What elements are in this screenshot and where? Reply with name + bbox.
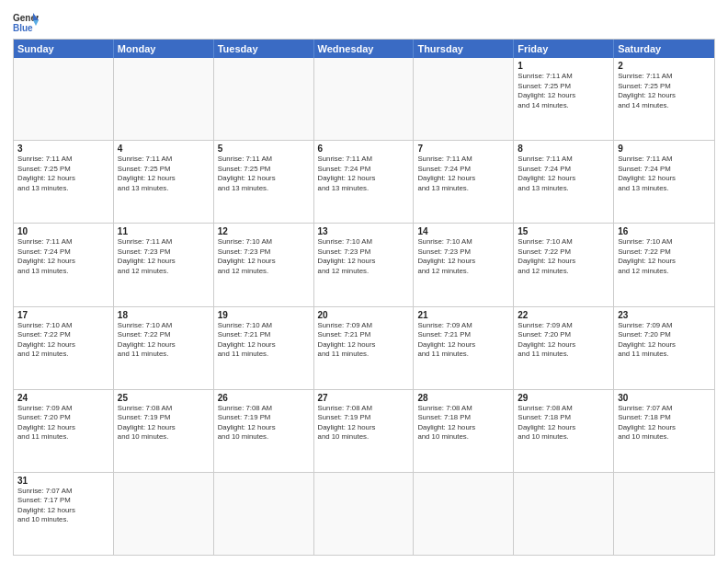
- cal-cell-27: 27Sunrise: 7:08 AM Sunset: 7:19 PM Dayli…: [314, 390, 415, 472]
- header-cell-sunday: Sunday: [14, 40, 114, 58]
- cal-cell-21: 21Sunrise: 7:09 AM Sunset: 7:21 PM Dayli…: [414, 307, 514, 389]
- header: General Blue: [13, 11, 715, 33]
- cal-cell-22: 22Sunrise: 7:09 AM Sunset: 7:20 PM Dayli…: [514, 307, 614, 389]
- day-number: 6: [318, 144, 410, 154]
- cal-cell-empty-5-5: [514, 473, 614, 555]
- cal-cell-7: 7Sunrise: 7:11 AM Sunset: 7:24 PM Daylig…: [414, 141, 514, 223]
- cal-cell-4: 4Sunrise: 7:11 AM Sunset: 7:25 PM Daylig…: [114, 141, 214, 223]
- cal-cell-empty-0-1: [114, 58, 214, 140]
- day-number: 13: [318, 226, 410, 236]
- day-info: Sunrise: 7:09 AM Sunset: 7:21 PM Dayligh…: [417, 321, 509, 360]
- day-number: 29: [518, 393, 609, 403]
- day-info: Sunrise: 7:09 AM Sunset: 7:20 PM Dayligh…: [518, 321, 609, 360]
- header-cell-thursday: Thursday: [414, 40, 514, 58]
- day-info: Sunrise: 7:11 AM Sunset: 7:23 PM Dayligh…: [118, 237, 210, 276]
- cal-cell-13: 13Sunrise: 7:10 AM Sunset: 7:23 PM Dayli…: [314, 224, 415, 305]
- cal-cell-empty-0-4: [414, 58, 514, 140]
- cal-cell-10: 10Sunrise: 7:11 AM Sunset: 7:24 PM Dayli…: [14, 224, 114, 305]
- day-info: Sunrise: 7:07 AM Sunset: 7:18 PM Dayligh…: [618, 404, 711, 442]
- cal-cell-29: 29Sunrise: 7:08 AM Sunset: 7:18 PM Dayli…: [514, 390, 614, 472]
- day-number: 5: [218, 144, 310, 154]
- calendar-body: 1Sunrise: 7:11 AM Sunset: 7:25 PM Daylig…: [14, 58, 714, 555]
- cal-cell-9: 9Sunrise: 7:11 AM Sunset: 7:24 PM Daylig…: [614, 141, 714, 223]
- day-number: 22: [518, 310, 609, 320]
- day-info: Sunrise: 7:11 AM Sunset: 7:25 PM Dayligh…: [17, 155, 109, 193]
- day-number: 16: [618, 226, 711, 236]
- cal-cell-6: 6Sunrise: 7:11 AM Sunset: 7:24 PM Daylig…: [314, 141, 415, 223]
- cal-cell-empty-0-0: [14, 58, 114, 140]
- day-number: 12: [218, 226, 310, 236]
- cal-cell-empty-5-2: [214, 473, 314, 555]
- day-info: Sunrise: 7:10 AM Sunset: 7:22 PM Dayligh…: [17, 321, 109, 360]
- day-info: Sunrise: 7:08 AM Sunset: 7:18 PM Dayligh…: [518, 404, 609, 442]
- cal-cell-19: 19Sunrise: 7:10 AM Sunset: 7:21 PM Dayli…: [214, 307, 314, 389]
- day-info: Sunrise: 7:10 AM Sunset: 7:23 PM Dayligh…: [318, 237, 410, 276]
- svg-marker-3: [33, 20, 39, 26]
- cal-cell-empty-5-1: [114, 473, 214, 555]
- cal-cell-empty-5-4: [414, 473, 514, 555]
- day-info: Sunrise: 7:11 AM Sunset: 7:25 PM Dayligh…: [518, 72, 609, 110]
- cal-cell-17: 17Sunrise: 7:10 AM Sunset: 7:22 PM Dayli…: [14, 307, 114, 389]
- day-info: Sunrise: 7:08 AM Sunset: 7:18 PM Dayligh…: [417, 404, 509, 442]
- cal-cell-16: 16Sunrise: 7:10 AM Sunset: 7:22 PM Dayli…: [614, 224, 714, 305]
- day-info: Sunrise: 7:09 AM Sunset: 7:21 PM Dayligh…: [318, 321, 410, 360]
- day-number: 10: [17, 226, 109, 236]
- day-number: 30: [618, 393, 711, 403]
- day-number: 18: [118, 310, 210, 320]
- cal-cell-14: 14Sunrise: 7:10 AM Sunset: 7:23 PM Dayli…: [414, 224, 514, 305]
- day-number: 4: [118, 144, 210, 154]
- day-info: Sunrise: 7:11 AM Sunset: 7:24 PM Dayligh…: [618, 155, 711, 193]
- day-info: Sunrise: 7:11 AM Sunset: 7:25 PM Dayligh…: [618, 72, 711, 110]
- day-info: Sunrise: 7:08 AM Sunset: 7:19 PM Dayligh…: [318, 404, 410, 442]
- day-number: 20: [318, 310, 410, 320]
- day-info: Sunrise: 7:08 AM Sunset: 7:19 PM Dayligh…: [218, 404, 310, 442]
- day-number: 1: [518, 61, 609, 71]
- day-number: 11: [118, 226, 210, 236]
- header-cell-tuesday: Tuesday: [214, 40, 314, 58]
- cal-cell-5: 5Sunrise: 7:11 AM Sunset: 7:25 PM Daylig…: [214, 141, 314, 223]
- day-info: Sunrise: 7:07 AM Sunset: 7:17 PM Dayligh…: [17, 487, 109, 525]
- day-number: 17: [17, 310, 109, 320]
- day-number: 19: [218, 310, 310, 320]
- cal-cell-11: 11Sunrise: 7:11 AM Sunset: 7:23 PM Dayli…: [114, 224, 214, 305]
- svg-text:Blue: Blue: [13, 23, 33, 33]
- cal-cell-empty-5-3: [314, 473, 415, 555]
- day-number: 15: [518, 226, 609, 236]
- day-number: 3: [17, 144, 109, 154]
- week-row-2: 10Sunrise: 7:11 AM Sunset: 7:24 PM Dayli…: [14, 223, 714, 305]
- day-number: 31: [17, 476, 109, 486]
- cal-cell-28: 28Sunrise: 7:08 AM Sunset: 7:18 PM Dayli…: [414, 390, 514, 472]
- cal-cell-26: 26Sunrise: 7:08 AM Sunset: 7:19 PM Dayli…: [214, 390, 314, 472]
- day-number: 28: [417, 393, 509, 403]
- header-cell-wednesday: Wednesday: [314, 40, 415, 58]
- cal-cell-25: 25Sunrise: 7:08 AM Sunset: 7:19 PM Dayli…: [114, 390, 214, 472]
- cal-cell-31: 31Sunrise: 7:07 AM Sunset: 7:17 PM Dayli…: [14, 473, 114, 555]
- cal-cell-empty-0-3: [314, 58, 415, 140]
- week-row-5: 31Sunrise: 7:07 AM Sunset: 7:17 PM Dayli…: [14, 472, 714, 555]
- cal-cell-18: 18Sunrise: 7:10 AM Sunset: 7:22 PM Dayli…: [114, 307, 214, 389]
- day-info: Sunrise: 7:09 AM Sunset: 7:20 PM Dayligh…: [17, 404, 109, 442]
- day-number: 27: [318, 393, 410, 403]
- week-row-0: 1Sunrise: 7:11 AM Sunset: 7:25 PM Daylig…: [14, 58, 714, 140]
- day-number: 25: [118, 393, 210, 403]
- day-info: Sunrise: 7:11 AM Sunset: 7:25 PM Dayligh…: [218, 155, 310, 193]
- cal-cell-12: 12Sunrise: 7:10 AM Sunset: 7:23 PM Dayli…: [214, 224, 314, 305]
- day-info: Sunrise: 7:11 AM Sunset: 7:24 PM Dayligh…: [417, 155, 509, 193]
- calendar-header-row: SundayMondayTuesdayWednesdayThursdayFrid…: [14, 40, 714, 58]
- header-cell-monday: Monday: [114, 40, 214, 58]
- logo: General Blue: [13, 11, 42, 33]
- week-row-1: 3Sunrise: 7:11 AM Sunset: 7:25 PM Daylig…: [14, 140, 714, 223]
- day-number: 8: [518, 144, 609, 154]
- day-number: 7: [417, 144, 509, 154]
- header-cell-saturday: Saturday: [614, 40, 714, 58]
- cal-cell-15: 15Sunrise: 7:10 AM Sunset: 7:22 PM Dayli…: [514, 224, 614, 305]
- cal-cell-1: 1Sunrise: 7:11 AM Sunset: 7:25 PM Daylig…: [514, 58, 614, 140]
- page: General Blue SundayMondayTuesdayWednesda…: [0, 0, 728, 563]
- header-cell-friday: Friday: [514, 40, 614, 58]
- cal-cell-8: 8Sunrise: 7:11 AM Sunset: 7:24 PM Daylig…: [514, 141, 614, 223]
- day-info: Sunrise: 7:09 AM Sunset: 7:20 PM Dayligh…: [618, 321, 711, 360]
- day-info: Sunrise: 7:11 AM Sunset: 7:24 PM Dayligh…: [518, 155, 609, 193]
- day-number: 26: [218, 393, 310, 403]
- day-number: 14: [417, 226, 509, 236]
- cal-cell-empty-0-2: [214, 58, 314, 140]
